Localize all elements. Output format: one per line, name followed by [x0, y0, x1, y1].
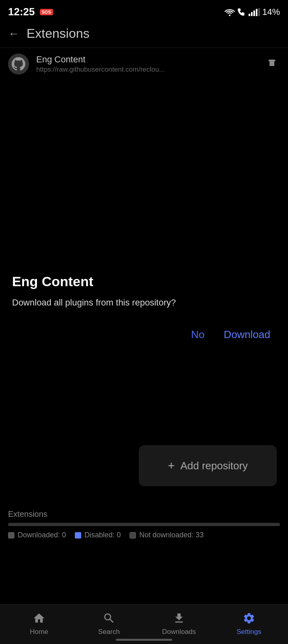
svg-rect-5 — [258, 8, 260, 16]
svg-rect-4 — [256, 9, 257, 16]
download-button[interactable]: Download — [222, 325, 272, 344]
battery-indicator: 14% — [262, 7, 280, 17]
nav-home-label: Home — [30, 628, 48, 636]
disabled-dot — [75, 532, 81, 539]
settings-icon — [243, 612, 255, 625]
not-downloaded-stat: Not downloaded: 33 — [130, 531, 204, 539]
nav-home[interactable]: Home — [4, 612, 74, 636]
not-downloaded-dot — [130, 532, 136, 539]
downloaded-dot — [8, 532, 14, 539]
extensions-section: Extensions Downloaded: 0 Disabled: 0 Not… — [0, 502, 288, 543]
add-repository-button[interactable]: + Add repository — [139, 445, 277, 486]
repo-github-icon — [8, 54, 29, 74]
signal-icon — [249, 8, 260, 16]
disabled-stat: Disabled: 0 — [75, 531, 121, 539]
repo-info: Eng Content https://raw.githubuserconten… — [36, 54, 257, 74]
extensions-stats: Downloaded: 0 Disabled: 0 Not downloaded… — [8, 531, 280, 539]
search-icon — [103, 612, 115, 625]
repository-item: Eng Content https://raw.githubuserconten… — [0, 47, 288, 80]
page-header: ← Extensions — [0, 22, 288, 47]
status-time: 12:25 — [8, 6, 35, 18]
add-repository-label: Add repository — [180, 460, 248, 472]
not-downloaded-count: Not downloaded: 33 — [139, 531, 204, 539]
dialog-actions: No Download — [12, 325, 276, 344]
disabled-count: Disabled: 0 — [84, 531, 121, 539]
svg-rect-3 — [253, 10, 255, 16]
status-bar: 12:25 SOS 14% — [0, 0, 288, 22]
download-dialog: Eng Content Download all plugins from th… — [0, 262, 288, 354]
nav-downloads[interactable]: Downloads — [144, 612, 214, 636]
github-svg — [12, 57, 25, 71]
bottom-navigation: Home Search Downloads Settings — [0, 604, 288, 644]
nav-downloads-label: Downloads — [162, 628, 196, 636]
svg-rect-1 — [249, 14, 250, 16]
status-right: 14% — [224, 7, 280, 17]
phone-icon — [237, 8, 246, 16]
dialog-title: Eng Content — [12, 274, 276, 289]
svg-point-0 — [229, 14, 230, 16]
extensions-section-label: Extensions — [8, 510, 280, 519]
status-sos: SOS — [40, 9, 53, 15]
home-indicator — [116, 639, 172, 641]
trash-icon — [267, 58, 277, 68]
status-left: 12:25 SOS — [8, 6, 53, 18]
no-button[interactable]: No — [189, 325, 206, 344]
downloaded-stat: Downloaded: 0 — [8, 531, 66, 539]
svg-rect-2 — [251, 12, 253, 16]
dialog-message: Download all plugins from this repositor… — [12, 297, 276, 309]
nav-settings[interactable]: Settings — [214, 612, 284, 636]
nav-search[interactable]: Search — [74, 612, 144, 636]
extensions-progress-bar — [8, 523, 280, 526]
add-icon: + — [168, 459, 175, 473]
page-title: Extensions — [27, 26, 90, 41]
delete-repo-button[interactable] — [264, 55, 280, 73]
repo-url: https://raw.githubusercontent.com/reclou… — [36, 66, 257, 74]
downloaded-count: Downloaded: 0 — [18, 531, 66, 539]
repo-name: Eng Content — [36, 54, 257, 65]
wifi-icon — [224, 8, 235, 16]
nav-settings-label: Settings — [237, 628, 261, 636]
home-icon — [33, 612, 45, 625]
downloads-icon — [173, 612, 185, 625]
back-button[interactable]: ← — [8, 27, 19, 40]
nav-search-label: Search — [98, 628, 120, 636]
